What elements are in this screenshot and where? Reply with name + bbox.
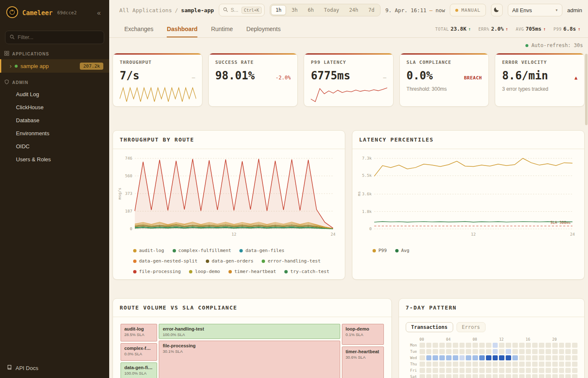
heatmap-cell[interactable] — [446, 349, 452, 354]
heatmap-cell[interactable] — [499, 374, 504, 378]
heatmap-cell[interactable] — [546, 355, 551, 360]
heatmap-cell[interactable] — [466, 355, 471, 360]
heatmap-cell[interactable] — [446, 343, 452, 348]
time-range-7d[interactable]: 7d — [364, 5, 379, 15]
heatmap-cell[interactable] — [493, 362, 498, 367]
time-range-today[interactable]: Today — [319, 5, 344, 15]
heatmap-cell[interactable] — [439, 368, 445, 373]
heatmap-cell[interactable] — [546, 374, 551, 378]
heatmap-cell[interactable] — [565, 362, 571, 367]
heatmap-cell[interactable] — [552, 368, 558, 373]
heatmap-cell[interactable] — [493, 343, 498, 348]
heatmap-cell[interactable] — [506, 362, 511, 367]
heatmap-cell[interactable] — [479, 343, 485, 348]
global-search-input[interactable]: S... Ctrl+K — [219, 4, 265, 16]
heatmap-cell[interactable] — [546, 343, 551, 348]
heatmap-cell[interactable] — [439, 343, 445, 348]
legend-file-processing[interactable]: file-processing — [133, 269, 181, 274]
legend-data-gen-nested-split[interactable]: data-gen-nested-split — [133, 258, 197, 264]
heatmap-cell[interactable] — [459, 349, 465, 354]
heatmap-cell[interactable] — [512, 362, 518, 367]
sidebar-filter-input[interactable] — [5, 31, 104, 44]
heatmap-cell[interactable] — [499, 362, 504, 367]
heatmap-cell[interactable] — [446, 368, 452, 373]
heatmap-cell[interactable] — [559, 368, 564, 373]
heatmap-cell[interactable] — [433, 343, 438, 348]
sidebar-collapse-button[interactable]: « — [94, 8, 103, 18]
heatmap-cell[interactable] — [479, 362, 485, 367]
heatmap-cell[interactable] — [552, 362, 558, 367]
heatmap-cell[interactable] — [519, 343, 525, 348]
heatmap-cell[interactable] — [453, 349, 458, 354]
heatmap-cell[interactable] — [466, 349, 471, 354]
heatmap-cell[interactable] — [512, 349, 518, 354]
time-range-6h[interactable]: 6h — [303, 5, 318, 15]
legend-p99[interactable]: P99 — [373, 248, 387, 253]
heatmap-cell[interactable] — [486, 343, 491, 348]
heatmap-cell[interactable] — [519, 355, 525, 360]
heatmap-cell[interactable] — [539, 374, 544, 378]
heatmap-cell[interactable] — [539, 362, 544, 367]
tab-runtime[interactable]: Runtime — [211, 20, 233, 37]
heatmap-cell[interactable] — [426, 349, 432, 354]
heatmap-cell[interactable] — [546, 349, 551, 354]
heatmap-cell[interactable] — [472, 349, 478, 354]
heatmap-cell[interactable] — [506, 343, 511, 348]
manual-refresh-button[interactable]: MANUAL — [450, 4, 486, 16]
sidebar-item-sample-app[interactable]: › sample app 207.2k — [0, 59, 109, 73]
heatmap-cell[interactable] — [526, 349, 531, 354]
tab-exchanges[interactable]: Exchanges — [124, 20, 153, 37]
heatmap-cell[interactable] — [565, 374, 571, 378]
heatmap-cell[interactable] — [433, 374, 438, 378]
heatmap-cell[interactable] — [453, 374, 458, 378]
heatmap-cell[interactable] — [453, 343, 458, 348]
heatmap-cell[interactable] — [559, 355, 564, 360]
legend-complex-fulfillment[interactable]: complex-fulfillment — [173, 248, 231, 253]
heatmap-cell[interactable] — [552, 343, 558, 348]
heatmap-cell[interactable] — [519, 362, 525, 367]
date-range-display[interactable]: 9. Apr. 16:11 — now — [386, 7, 445, 13]
heatmap-cell[interactable] — [486, 374, 491, 378]
heatmap-cell[interactable] — [526, 362, 531, 367]
heatmap-cell[interactable] — [512, 343, 518, 348]
heatmap-cell[interactable] — [506, 374, 511, 378]
heatmap-cell[interactable] — [466, 343, 471, 348]
heatmap-cell[interactable] — [420, 355, 425, 360]
heatmap-cell[interactable] — [512, 355, 518, 360]
heatmap-cell[interactable] — [572, 362, 578, 367]
heatmap-cell[interactable] — [433, 368, 438, 373]
heatmap-cell[interactable] — [479, 355, 485, 360]
heatmap-cell[interactable] — [433, 355, 438, 360]
heatmap-cell[interactable] — [539, 343, 544, 348]
tab-dashboard[interactable]: Dashboard — [167, 20, 197, 37]
heatmap-cell[interactable] — [453, 368, 458, 373]
heatmap-cell[interactable] — [539, 368, 544, 373]
sidebar-item-database[interactable]: Database — [0, 114, 109, 127]
heatmap-cell[interactable] — [459, 343, 465, 348]
heatmap-cell[interactable] — [426, 362, 432, 367]
heatmap-cell[interactable] — [420, 343, 425, 348]
heatmap-cell[interactable] — [506, 349, 511, 354]
treemap-cell-complex-fulfillment[interactable]: complex-fulfillment0.0% SLA — [120, 342, 158, 362]
legend-try-catch-test[interactable]: try-catch-test — [284, 269, 329, 274]
heatmap-cell[interactable] — [420, 374, 425, 378]
heatmap-cell[interactable] — [559, 343, 564, 348]
heatmap-toggle-transactions[interactable]: Transactions — [406, 322, 453, 332]
heatmap-cell[interactable] — [486, 355, 491, 360]
heatmap-cell[interactable] — [565, 349, 571, 354]
heatmap-cell[interactable] — [420, 349, 425, 354]
heatmap-cell[interactable] — [479, 349, 485, 354]
heatmap-cell[interactable] — [572, 343, 578, 348]
heatmap-cell[interactable] — [539, 349, 544, 354]
legend-avg[interactable]: Avg — [395, 248, 410, 253]
heatmap-cell[interactable] — [532, 368, 538, 373]
heatmap-cell[interactable] — [486, 368, 491, 373]
heatmap-cell[interactable] — [466, 374, 471, 378]
user-menu[interactable]: admin — [567, 7, 582, 13]
heatmap-cell[interactable] — [512, 368, 518, 373]
dark-mode-toggle[interactable] — [491, 4, 502, 16]
heatmap-cell[interactable] — [519, 368, 525, 373]
treemap-cell-data-gen-files[interactable]: data-gen-files100.0% SLA — [120, 362, 158, 378]
heatmap-toggle-errors[interactable]: Errors — [457, 322, 486, 332]
heatmap-cell[interactable] — [546, 362, 551, 367]
